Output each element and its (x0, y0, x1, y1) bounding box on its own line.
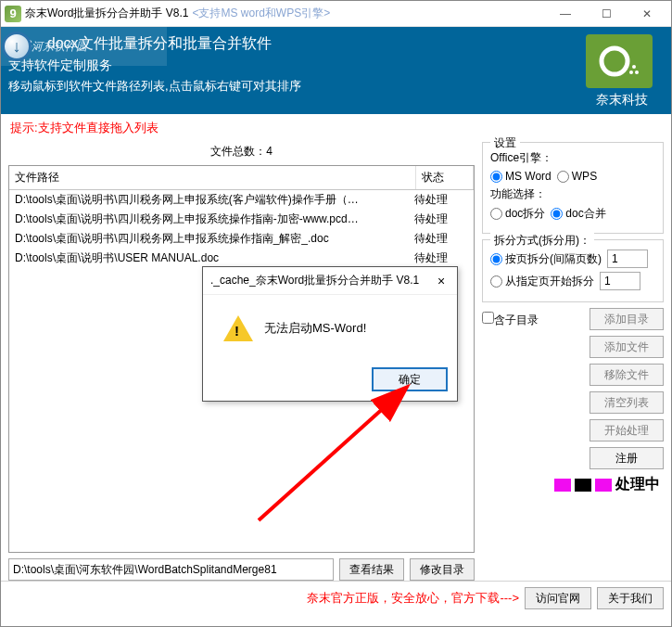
processing-status: 处理中 (482, 475, 664, 494)
add-file-button[interactable]: 添加文件 (590, 336, 664, 358)
engine-msword-radio[interactable]: MS Word (490, 170, 552, 183)
split-from-value[interactable] (600, 272, 640, 290)
func-split-radio[interactable]: doc拆分 (490, 206, 545, 222)
radio-icon[interactable] (551, 208, 563, 220)
settings-group: 设置 Office引擎： MS Word WPS 功能选择： doc拆分 doc… (482, 142, 664, 234)
dialog-title: ._cache_奈末Word批量拆分合并助手 V8.1 (210, 273, 433, 288)
file-count-value: 4 (266, 145, 273, 158)
brand-logo-icon (586, 34, 653, 88)
radio-icon[interactable] (490, 208, 502, 220)
radio-icon[interactable] (490, 171, 502, 183)
split-from-page-radio[interactable]: 从指定页开始拆分 (490, 274, 594, 289)
svg-point-0 (602, 48, 628, 74)
status-box-icon (554, 479, 571, 492)
error-dialog: ._cache_奈末Word批量拆分合并助手 V8.1 × 无法启动MS-Wor… (202, 266, 458, 402)
view-result-button[interactable]: 查看结果 (339, 558, 404, 581)
watermark: ↓ 河东软件园 (0, 27, 167, 66)
cell-status: 待处理 (414, 250, 468, 266)
dialog-ok-button[interactable]: 确定 (372, 367, 448, 391)
split-group-title: 拆分方式(拆分用)： (490, 233, 594, 249)
banner-line3: 移动鼠标到软件文件路径列表,点击鼠标右键可对其排序 (8, 78, 586, 95)
file-count: 文件总数：4 (8, 142, 475, 165)
warning-icon (223, 315, 253, 341)
cell-status: 待处理 (414, 231, 468, 247)
clear-list-button[interactable]: 清空列表 (590, 391, 664, 414)
col-status[interactable]: 状态 (416, 166, 474, 189)
status-box-icon (595, 479, 612, 492)
svg-point-3 (632, 65, 636, 69)
close-button[interactable]: ✕ (627, 2, 667, 26)
footer: 奈末官方正版，安全放心，官方下载---> 访问官网 关于我们 (1, 581, 671, 615)
dialog-message: 无法启动MS-Word! (264, 320, 366, 337)
brand-name: 奈末科技 (586, 92, 658, 109)
table-row[interactable]: D:\tools\桌面\说明书\四川税务网上申报系统操作指南-加密-www.pc… (9, 210, 474, 229)
register-button[interactable]: 注册 (590, 447, 664, 469)
split-page-value[interactable] (607, 250, 648, 268)
settings-group-title: 设置 (490, 135, 520, 151)
engine-wps-radio[interactable]: WPS (557, 170, 597, 183)
split-by-page-radio[interactable]: 按页拆分(间隔页数) (490, 251, 602, 267)
minimize-button[interactable]: — (545, 2, 586, 26)
table-row[interactable]: D:\tools\桌面\说明书\USER MANUAL.doc 待处理 (9, 249, 474, 268)
radio-icon[interactable] (490, 253, 502, 265)
about-button[interactable]: 关于我们 (597, 587, 664, 609)
file-count-label: 文件总数： (210, 145, 266, 158)
add-dir-button[interactable]: 添加目录 (590, 308, 664, 330)
cell-path: D:\tools\桌面\说明书\USER MANUAL.doc (15, 250, 414, 266)
modify-dir-button[interactable]: 修改目录 (410, 558, 475, 581)
split-group: 拆分方式(拆分用)： 按页拆分(间隔页数) 从指定页开始拆分 (482, 239, 664, 302)
cell-status: 待处理 (414, 192, 468, 208)
output-path-input[interactable] (8, 558, 334, 581)
titlebar: 9 奈末Word批量拆分合并助手 V8.1 <支持MS word和WPS引擎> … (1, 1, 671, 27)
banner: ↓ 河东软件园 doc、docx文件批量拆分和批量合并软件 支持软件定制服务 移… (1, 27, 671, 114)
checkbox-icon[interactable] (482, 312, 494, 324)
cell-path: D:\tools\桌面\说明书\四川税务网上申报系统操作指南_解密_.doc (15, 231, 414, 247)
window-subtitle: <支持MS word和WPS引擎> (192, 6, 330, 21)
radio-icon[interactable] (490, 275, 502, 288)
dialog-close-button[interactable]: × (433, 274, 450, 288)
radio-icon[interactable] (557, 171, 569, 183)
watermark-icon: ↓ (2, 32, 32, 61)
col-path[interactable]: 文件路径 (9, 166, 416, 189)
footer-text: 奈末官方正版，安全放心，官方下载---> (307, 590, 519, 607)
watermark-text: 河东软件园 (32, 39, 87, 55)
func-label: 功能选择： (490, 186, 655, 202)
svg-point-1 (629, 70, 633, 74)
cell-status: 待处理 (414, 211, 468, 227)
status-box-icon (575, 479, 591, 492)
start-button[interactable]: 开始处理 (590, 419, 664, 441)
remove-file-button[interactable]: 移除文件 (590, 364, 664, 386)
table-row[interactable]: D:\tools\桌面\说明书\四川税务网上申报系统(客户端软件)操作手册（… … (9, 190, 474, 210)
cell-path: D:\tools\桌面\说明书\四川税务网上申报系统(客户端软件)操作手册（… (15, 192, 414, 208)
window-title: 奈末Word批量拆分合并助手 V8.1 (25, 6, 188, 21)
include-subdir-checkbox[interactable]: 含子目录 (482, 312, 539, 328)
cell-path: D:\tools\桌面\说明书\四川税务网上申报系统操作指南-加密-www.pc… (15, 211, 414, 227)
func-merge-radio[interactable]: doc合并 (551, 206, 605, 222)
visit-site-button[interactable]: 访问官网 (525, 587, 591, 609)
maximize-button[interactable]: ☐ (586, 2, 627, 26)
table-row[interactable]: D:\tools\桌面\说明书\四川税务网上申报系统操作指南_解密_.doc 待… (9, 229, 474, 249)
drag-hint: 提示:支持文件直接拖入列表 (1, 114, 671, 142)
status-text: 处理中 (615, 475, 660, 494)
svg-point-2 (635, 70, 639, 74)
table-header: 文件路径 状态 (9, 166, 474, 190)
app-logo-icon: 9 (5, 6, 21, 22)
engine-label: Office引擎： (490, 150, 655, 166)
